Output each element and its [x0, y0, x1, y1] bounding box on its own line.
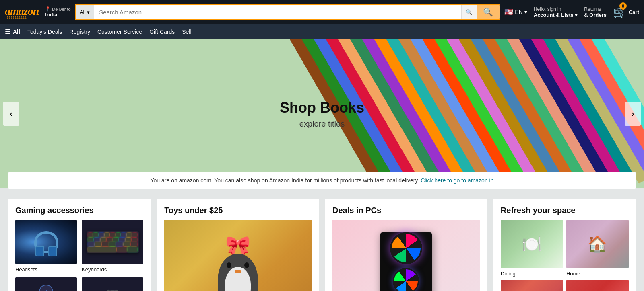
- chevron-left-icon: ‹: [10, 108, 13, 119]
- headset-icon-shape: [34, 231, 58, 253]
- deliver-to-location: India: [45, 12, 70, 18]
- pc-fan-middle: [393, 268, 419, 291]
- chevron-down-icon: ▾: [87, 9, 90, 15]
- gaming-controllers-item[interactable]: 🎮 Controllers: [82, 277, 143, 291]
- headsets-label: Headsets: [15, 266, 37, 273]
- nav-todays-deals[interactable]: Today's Deals: [27, 29, 62, 35]
- toys-card[interactable]: Toys under $25 🎀: [157, 199, 319, 291]
- controllers-image: 🎮: [82, 277, 143, 291]
- dining-image: 🍽️: [501, 220, 563, 268]
- pc-tower: [380, 232, 432, 291]
- logo-smile: ⤵⤵⤵⤵⤵⤵⤵⤵⤵⤵: [6, 15, 27, 20]
- orders-label: & Orders: [584, 12, 607, 18]
- penguin-toy: [218, 254, 258, 291]
- dining-icon: 🍽️: [522, 235, 542, 254]
- keyboards-label: Keyboards: [82, 266, 107, 273]
- kitchen-item[interactable]: 🥘 Kitchen: [501, 280, 563, 291]
- deliver-to-top: 📍 Deliver to: [45, 6, 70, 12]
- account-section[interactable]: Hello, sign in Account & Lists ▾: [534, 6, 578, 18]
- header: amazon ⤵⤵⤵⤵⤵⤵⤵⤵⤵⤵ 📍 Deliver to India All…: [0, 0, 644, 24]
- search-bar: All ▾ 🔍 🔍: [75, 4, 501, 20]
- language-selector[interactable]: 🇺🇸 EN ▾: [504, 8, 527, 16]
- dining-item[interactable]: 🍽️ Dining: [501, 220, 563, 277]
- mouse-shape: [39, 285, 53, 291]
- headsets-image: [15, 220, 77, 264]
- nav-all-button[interactable]: ☰ All: [5, 28, 20, 36]
- gaming-card-grid: Headsets: [15, 220, 143, 291]
- pc-fan-top: [390, 232, 422, 264]
- search-category-selector[interactable]: All ▾: [76, 5, 94, 19]
- banner-title: Shop Books: [280, 99, 364, 116]
- kitchen-image: 🥘: [501, 280, 563, 291]
- hero-banner: Shop Books explore titles ‹ ›: [0, 39, 644, 188]
- banner-content: Shop Books explore titles: [280, 99, 364, 129]
- pcs-card-title: Deals in PCs: [332, 206, 480, 215]
- gaming-keyboards-item[interactable]: Keyboards: [82, 220, 143, 273]
- camera-search-button[interactable]: 🔍: [461, 5, 477, 19]
- banner-next-button[interactable]: ›: [625, 102, 641, 126]
- space-grid: 🍽️ Dining 🏠 Home 🥘 Kitchen 🔧: [501, 220, 629, 291]
- search-button[interactable]: 🔍: [477, 5, 500, 19]
- nav-registry[interactable]: Registry: [70, 29, 90, 35]
- nav-bar: ☰ All Today's Deals Registry Customer Se…: [0, 24, 644, 39]
- cards-section: Gaming accessories Headsets: [0, 189, 644, 291]
- header-actions: 🇺🇸 EN ▾ Hello, sign in Account & Lists ▾…: [504, 6, 639, 19]
- cart-section[interactable]: 🛒 0 Cart: [613, 6, 639, 19]
- home-image: 🏠: [566, 220, 629, 268]
- refresh-space-card: Refresh your space 🍽️ Dining 🏠 Home 🥘 Ki…: [493, 199, 636, 291]
- refresh-card-title: Refresh your space: [501, 206, 629, 215]
- location-icon: 📍: [45, 6, 51, 12]
- banner-prev-button[interactable]: ‹: [3, 102, 19, 126]
- tools-image: 🔧: [566, 280, 629, 291]
- camera-icon: 🔍: [466, 9, 473, 15]
- cart-count: 0: [619, 2, 627, 10]
- nav-customer-service[interactable]: Customer Service: [97, 29, 142, 35]
- hamburger-icon: ☰: [5, 28, 10, 36]
- gaming-mice-item[interactable]: Mice: [15, 277, 77, 291]
- tools-item[interactable]: 🔧 Tools: [566, 280, 629, 291]
- toys-image: 🎀: [164, 220, 312, 291]
- chevron-right-icon: ›: [631, 108, 634, 119]
- deliver-to[interactable]: 📍 Deliver to India: [45, 6, 70, 18]
- mice-image: [15, 277, 77, 291]
- home-icon: 🏠: [587, 235, 607, 254]
- chevron-down-icon: ▾: [524, 9, 527, 15]
- banner-subtitle: explore titles: [280, 119, 364, 129]
- pcs-card[interactable]: Deals in PCs: [325, 199, 487, 291]
- search-input[interactable]: [94, 5, 461, 19]
- dining-label: Dining: [501, 271, 516, 277]
- nav-gift-cards[interactable]: Gift Cards: [149, 29, 175, 35]
- chevron-down-icon: ▾: [575, 12, 578, 18]
- nav-sell[interactable]: Sell: [182, 29, 191, 35]
- account-greeting: Hello, sign in: [534, 6, 578, 12]
- home-item[interactable]: 🏠 Home: [566, 220, 629, 277]
- keyboard-shape: [87, 231, 139, 253]
- controller-icon: 🎮: [103, 287, 122, 291]
- amazon-logo[interactable]: amazon ⤵⤵⤵⤵⤵⤵⤵⤵⤵⤵: [5, 5, 39, 20]
- toys-card-title: Toys under $25: [164, 206, 312, 215]
- keyboards-image: [82, 220, 143, 264]
- gaming-accessories-card: Gaming accessories Headsets: [8, 199, 151, 291]
- flag-icon: 🇺🇸: [504, 8, 513, 16]
- home-label: Home: [566, 271, 580, 277]
- info-text: You are on amazon.com. You can also shop…: [151, 177, 419, 184]
- gaming-card-title: Gaming accessories: [15, 206, 143, 215]
- pc-image: [332, 220, 480, 291]
- account-lists: Account & Lists ▾: [534, 12, 578, 18]
- cart-label: Cart: [629, 9, 639, 15]
- returns-label: Returns: [584, 6, 607, 12]
- returns-section[interactable]: Returns & Orders: [584, 6, 607, 18]
- gaming-headsets-item[interactable]: Headsets: [15, 220, 77, 273]
- info-bar: You are on amazon.com. You can also shop…: [8, 172, 636, 189]
- search-icon: 🔍: [483, 7, 493, 17]
- amazon-india-link[interactable]: Click here to go to amazon.in: [421, 177, 493, 184]
